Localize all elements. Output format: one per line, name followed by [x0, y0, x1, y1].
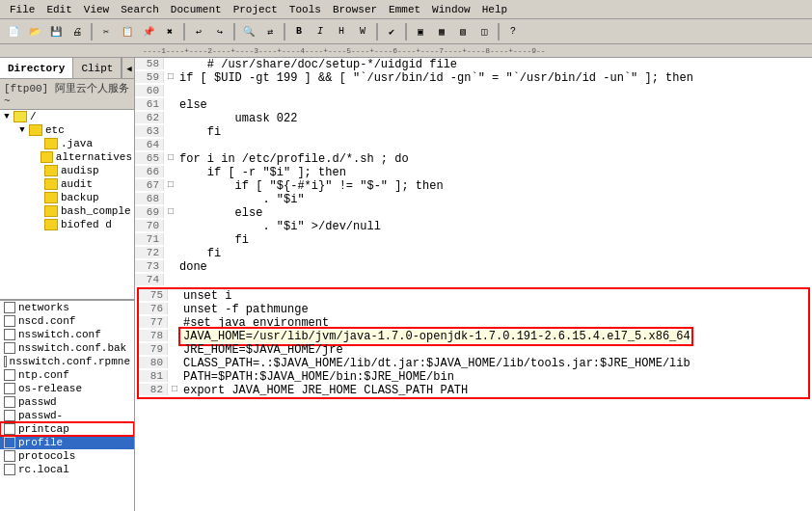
tree-label: alternatives [56, 151, 132, 163]
file-icon [4, 356, 7, 367]
code-line-62: 62 umask 022 [135, 112, 812, 125]
toolbar-paste[interactable]: 📌 [139, 22, 158, 41]
code-line-78: 78 JAVA_HOME=/usr/lib/jvm/java-1.7.0-ope… [139, 330, 808, 343]
expand-icon: ▼ [2, 112, 12, 121]
toolbar-search[interactable]: 🔍 [239, 22, 258, 41]
toolbar-check[interactable]: ✔ [382, 22, 401, 41]
tree-item-audisp[interactable]: audisp [0, 164, 134, 177]
toolbar: 📄 📂 💾 🖨 ✂ 📋 📌 ✖ ↩ ↪ 🔍 ⇄ B I H W ✔ ▣ ▦ ▧ … [0, 19, 812, 44]
file-label: nsswitch.conf [18, 329, 101, 340]
list-item-ntp[interactable]: ntp.conf [0, 368, 134, 382]
file-icon [4, 410, 15, 421]
file-icon [4, 302, 15, 313]
toolbar-bold[interactable]: B [289, 22, 309, 41]
menu-emmet[interactable]: Emmet [383, 2, 426, 17]
toolbar-w[interactable]: W [353, 22, 372, 41]
toolbar-b1[interactable]: ▣ [411, 22, 430, 41]
list-item-nsswitch-rpm[interactable]: nsswitch.conf.rpmne [0, 355, 134, 368]
toolbar-save[interactable]: 💾 [46, 22, 66, 41]
toolbar-replace[interactable]: ⇄ [260, 22, 280, 41]
code-line-65: 65 □ for i in /etc/profile.d/*.sh ; do [135, 152, 812, 166]
code-line-69: 69 □ else [135, 206, 812, 220]
file-icon [4, 423, 15, 435]
tab-directory[interactable]: Directory [0, 58, 73, 78]
toolbar-btn3[interactable]: 🖨 [68, 22, 87, 41]
file-tree[interactable]: ▼ / ▼ etc .java [0, 110, 134, 299]
folder-icon [29, 124, 42, 136]
toolbar-new[interactable]: 📄 [4, 22, 23, 41]
list-item-nsswitch-bak[interactable]: nsswitch.conf.bak [0, 341, 134, 355]
code-line-82: 82 □ export JAVA_HOME JRE_HOME CLASS_PAT… [139, 384, 808, 397]
tree-item-biofed[interactable]: biofed d [0, 218, 134, 231]
toolbar-open[interactable]: 📂 [25, 22, 44, 41]
file-label: rc.local [18, 464, 69, 475]
tree-item-alternatives[interactable]: alternatives [0, 150, 134, 164]
tree-item-audit[interactable]: audit [0, 177, 134, 191]
code-line-70: 70 . "$i" >/dev/null [135, 220, 812, 233]
file-label: printcap [18, 423, 69, 435]
toolbar-italic[interactable]: I [311, 22, 330, 41]
toolbar-b2[interactable]: ▦ [432, 22, 451, 41]
folder-icon [44, 138, 58, 149]
list-item-os-release[interactable]: os-release [0, 382, 134, 395]
tree-item-java[interactable]: .java [0, 137, 134, 150]
code-line-71: 71 fi [135, 233, 812, 247]
file-label: protocols [18, 450, 75, 462]
menu-tools[interactable]: Tools [284, 2, 327, 17]
menu-edit[interactable]: Edit [41, 2, 77, 17]
list-item-nsswitch[interactable]: nsswitch.conf [0, 328, 134, 341]
menu-view[interactable]: View [78, 2, 115, 17]
menu-search[interactable]: Search [115, 2, 165, 17]
list-item-networks[interactable]: networks [0, 301, 134, 314]
tab-nav-left[interactable]: ◀ [122, 58, 135, 79]
code-line-75: 75 unset i [139, 289, 808, 303]
menu-help[interactable]: Help [476, 2, 513, 17]
menu-window[interactable]: Window [426, 2, 476, 17]
tree-label: .java [61, 138, 93, 149]
tree-label: audit [61, 178, 93, 190]
file-label: passwd- [18, 410, 63, 421]
tree-item-backup[interactable]: backup [0, 191, 134, 204]
menu-project[interactable]: Project [228, 2, 284, 17]
toolbar-b4[interactable]: ◫ [474, 22, 494, 41]
tree-item-root[interactable]: ▼ / [0, 110, 134, 123]
file-icon [4, 464, 15, 475]
file-icon [4, 396, 15, 408]
code-line-67: 67 □ if [ "${-#*i}" != "$-" ]; then [135, 179, 812, 193]
file-label: nsswitch.conf.bak [18, 342, 126, 354]
code-line-74: 74 [135, 274, 812, 287]
toolbar-copy[interactable]: 📋 [118, 22, 137, 41]
toolbar-help[interactable]: ? [503, 22, 523, 41]
sep5 [376, 23, 378, 40]
list-item-passwd-dash[interactable]: passwd- [0, 409, 134, 422]
code-line-76: 76 unset -f pathmunge [139, 303, 808, 316]
list-item-nscd[interactable]: nscd.conf [0, 314, 134, 328]
toolbar-cut[interactable]: ✂ [96, 22, 116, 41]
code-line-68: 68 . "$i" [135, 193, 812, 206]
tab-clipt[interactable]: Clipt [73, 58, 122, 78]
expand-icon: ▼ [17, 125, 27, 135]
menu-bar: File Edit View Search Document Project T… [0, 0, 812, 19]
menu-browser[interactable]: Browser [327, 2, 383, 17]
list-item-protocols[interactable]: protocols [0, 449, 134, 463]
sep7 [498, 23, 500, 40]
list-item-rclocal[interactable]: rc.local [0, 463, 134, 476]
tree-item-bash[interactable]: bash_comple [0, 204, 134, 218]
tree-label: etc [45, 124, 65, 136]
folder-icon [44, 178, 58, 190]
list-item-printcap[interactable]: printcap [0, 422, 134, 436]
file-icon [4, 450, 15, 462]
toolbar-redo[interactable]: ↪ [210, 22, 230, 41]
toolbar-h[interactable]: H [332, 22, 351, 41]
list-item-passwd[interactable]: passwd [0, 395, 134, 409]
tree-item-etc[interactable]: ▼ etc [0, 123, 134, 137]
menu-document[interactable]: Document [165, 2, 228, 17]
toolbar-del[interactable]: ✖ [160, 22, 179, 41]
list-item-profile[interactable]: profile [0, 436, 134, 449]
menu-file[interactable]: File [4, 2, 41, 17]
toolbar-b3[interactable]: ▧ [453, 22, 473, 41]
file-list[interactable]: networks nscd.conf nsswitch.conf nsswitc… [0, 299, 134, 511]
folder-icon [44, 219, 58, 230]
toolbar-undo[interactable]: ↩ [189, 22, 208, 41]
code-area[interactable]: 58 # /usr/share/doc/setup-*/uidgid file … [135, 58, 812, 511]
